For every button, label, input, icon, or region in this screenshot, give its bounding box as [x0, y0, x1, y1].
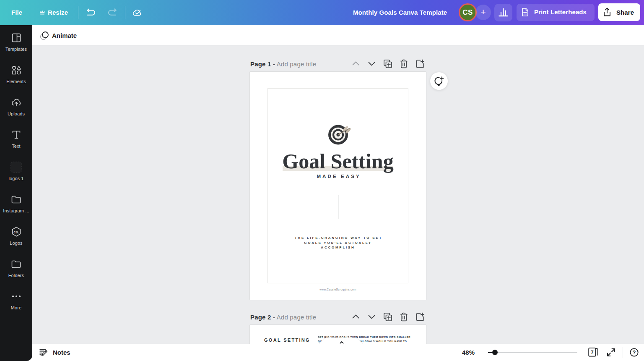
svg-text:7: 7	[591, 350, 594, 356]
svg-text:co.: co.	[13, 230, 19, 234]
svg-text:?: ?	[633, 350, 636, 356]
